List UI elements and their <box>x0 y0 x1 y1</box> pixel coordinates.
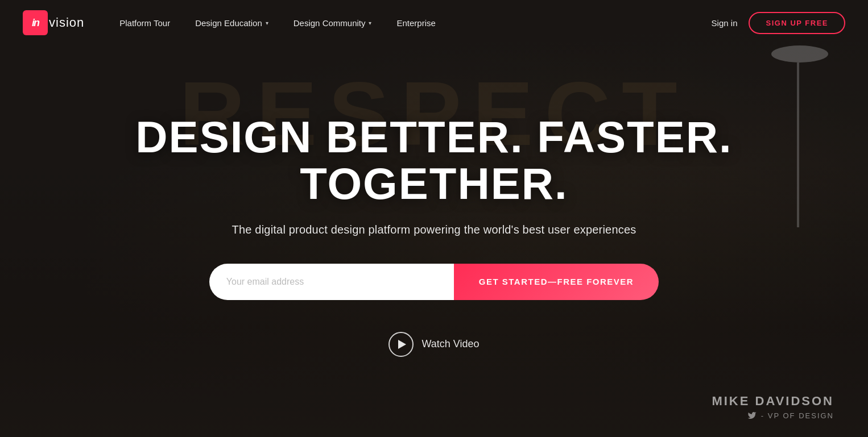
chevron-down-icon: ▾ <box>369 20 371 26</box>
sign-up-button[interactable]: SIGN UP FREE <box>749 12 845 34</box>
cta-row: GET STARTED—FREE FOREVER <box>209 264 659 300</box>
nav-item-platform-tour[interactable]: Platform Tour <box>107 0 183 45</box>
hero-subheadline: The digital product design platform powe… <box>232 223 636 236</box>
chevron-down-icon: ▾ <box>266 20 268 26</box>
attribution: MIKE DAVIDSON - VP OF DESIGN <box>712 394 834 420</box>
logo-in-text: in <box>32 17 39 29</box>
watch-video-row[interactable]: Watch Video <box>388 332 479 357</box>
play-triangle-icon <box>398 340 406 349</box>
nav-item-design-community-label: Design Community <box>294 18 366 28</box>
nav-item-design-community[interactable]: Design Community ▾ <box>281 0 385 45</box>
nav-links: Platform Tour Design Education ▾ Design … <box>107 0 711 45</box>
hero-content: DESIGN BETTER. FASTER. TOGETHER. The dig… <box>0 45 868 437</box>
watch-video-label: Watch Video <box>421 338 479 350</box>
nav-item-enterprise[interactable]: Enterprise <box>384 0 448 45</box>
nav-item-design-education-label: Design Education <box>195 18 262 28</box>
nav-item-platform-tour-label: Platform Tour <box>119 18 170 28</box>
sign-in-link[interactable]: Sign in <box>712 18 738 28</box>
hero-headline: DESIGN BETTER. FASTER. TOGETHER. <box>23 114 845 207</box>
twitter-icon <box>747 411 757 420</box>
navigation: in vision Platform Tour Design Education… <box>0 0 868 45</box>
logo-text: vision <box>49 15 84 30</box>
attribution-title: - VP OF DESIGN <box>712 411 834 420</box>
play-circle-icon <box>388 332 414 357</box>
nav-item-enterprise-label: Enterprise <box>396 18 435 28</box>
attribution-name: MIKE DAVIDSON <box>712 394 834 409</box>
logo-box: in <box>23 10 48 35</box>
logo[interactable]: in vision <box>23 10 84 35</box>
email-input[interactable] <box>209 264 454 300</box>
nav-item-design-education[interactable]: Design Education ▾ <box>183 0 281 45</box>
get-started-button[interactable]: GET STARTED—FREE FOREVER <box>454 264 659 300</box>
nav-right: Sign in SIGN UP FREE <box>712 12 845 34</box>
